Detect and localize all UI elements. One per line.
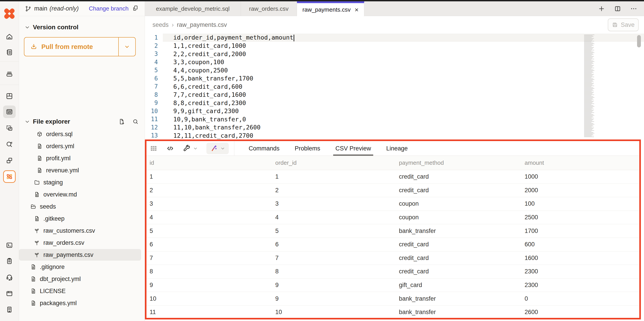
sidebar: main (read-only) Change branch Version c…	[19, 1, 145, 321]
breadcrumb-folder[interactable]: seeds	[152, 22, 168, 28]
file-row-staging[interactable]: staging	[19, 176, 141, 188]
terminal-icon[interactable]	[3, 239, 16, 252]
building-icon[interactable]	[3, 303, 16, 316]
csv-preview-body: 11credit_card100022credit_card200033coup…	[146, 170, 639, 319]
close-tab-icon[interactable]: ×	[355, 6, 359, 13]
pull-options-caret[interactable]	[118, 38, 135, 56]
editor-tab-raw_orders.csv[interactable]: raw_orders.csv	[241, 1, 297, 16]
dashboard-icon[interactable]	[3, 90, 16, 102]
panel-tab-Problems[interactable]: Problems	[287, 141, 328, 156]
file-row-revenue.yml[interactable]: revenue.yml	[19, 164, 141, 176]
editor-line-11[interactable]: 1110,9,bank_transfer,0	[145, 115, 644, 124]
panel-tab-CSV Preview[interactable]: CSV Preview	[328, 141, 378, 156]
editor-line-4[interactable]: 43,3,coupon,100	[145, 58, 644, 66]
editor-line-9[interactable]: 98,8,credit_card,2300	[145, 99, 644, 107]
breadcrumb-chevron: ›	[172, 22, 174, 28]
table-cell: 2300	[522, 282, 639, 288]
results-table-icon[interactable]	[150, 144, 158, 152]
editor-line-1[interactable]: 1id,order_id,payment_method,amount	[145, 34, 644, 42]
pull-from-remote-button[interactable]: Pull from remote	[24, 37, 136, 56]
save-label: Save	[621, 22, 634, 28]
editor-line-2[interactable]: 21,1,credit_card,1000	[145, 42, 644, 50]
editor-line-12[interactable]: 1211,10,bank_transfer,2600	[145, 124, 644, 132]
browser-icon[interactable]	[3, 287, 16, 300]
build-wrench-icon[interactable]	[183, 144, 198, 152]
stack-drawers-icon[interactable]	[3, 68, 16, 80]
file-explorer-header[interactable]: File explorer	[25, 118, 139, 125]
editor-line-6[interactable]: 65,5,bank_transfer,1700	[145, 74, 644, 83]
save-button[interactable]: Save	[608, 18, 639, 31]
table-cell: 100	[522, 200, 639, 207]
editor-line-10[interactable]: 109,9,gift_card,2300	[145, 107, 644, 115]
chevron-down-icon	[220, 146, 225, 151]
file-row-seeds[interactable]: seeds	[19, 201, 141, 212]
more-options-button[interactable]	[630, 5, 637, 12]
line-text: 9,9,gift_card,2300	[163, 108, 644, 114]
table-row-7: 77credit_card1600	[146, 252, 639, 265]
copy-icon[interactable]	[128, 5, 139, 12]
line-number: 12	[145, 124, 163, 131]
file-row-dbt_project.yml[interactable]: dbt_project.yml	[19, 273, 141, 285]
version-control-header[interactable]: Version control	[25, 24, 78, 31]
code-editor[interactable]: 1id,order_id,payment_method,amount21,1,c…	[145, 34, 644, 140]
file-row-.gitkeep[interactable]: .gitkeep	[19, 213, 141, 224]
editor-line-7[interactable]: 76,6,credit_card,600	[145, 82, 644, 91]
split-editor-button[interactable]	[614, 5, 621, 12]
line-number: 2	[145, 42, 163, 49]
file-row-overview.md[interactable]: overview.md	[19, 189, 141, 200]
breadcrumb: seeds › raw_payments.csv Save	[145, 16, 644, 34]
file-name: packages.yml	[40, 300, 77, 307]
table-row-2: 22credit_card2000	[146, 184, 639, 198]
file-row-profit.yml[interactable]: profit.yml	[19, 152, 141, 164]
new-tab-button[interactable]	[598, 5, 605, 12]
change-branch-link[interactable]: Change branch	[89, 5, 128, 12]
doc-icon	[36, 167, 43, 174]
notebook-icon[interactable]	[3, 46, 16, 58]
table-row-5: 55bank_transfer1700	[146, 224, 639, 238]
version-control-title: Version control	[33, 24, 78, 31]
file-row-raw_customers.csv[interactable]: raw_customers.csv	[19, 225, 141, 236]
chevron-down-icon	[124, 44, 130, 50]
panel-tab-Commands[interactable]: Commands	[241, 141, 287, 156]
search-icon[interactable]	[132, 118, 139, 125]
atom-assist-icon[interactable]	[3, 170, 16, 183]
panel-tab-Lineage[interactable]: Lineage	[378, 141, 415, 156]
table-row-10: 109bank_transfer0	[146, 292, 639, 306]
windows-icon[interactable]	[3, 154, 16, 167]
editor-minimap[interactable]	[584, 35, 597, 139]
table-cell: 2600	[522, 309, 639, 316]
editor-line-3[interactable]: 32,2,credit_card,2000	[145, 50, 644, 58]
clipboard-icon[interactable]	[3, 255, 16, 267]
file-row-LICENSE[interactable]: LICENSE	[19, 285, 141, 297]
search-insights-icon[interactable]	[3, 138, 16, 150]
new-file-icon[interactable]	[118, 118, 125, 125]
file-row-orders.yml[interactable]: orders.yml	[19, 140, 141, 152]
file-name: seeds	[40, 203, 56, 210]
editor-tab-example_develop_metric.sql[interactable]: example_develop_metric.sql	[145, 1, 241, 16]
line-number: 4	[145, 59, 163, 66]
editor-line-8[interactable]: 87,7,credit_card,1600	[145, 91, 644, 99]
editor-line-13[interactable]: 1312,11,credit_card,2700	[145, 132, 644, 140]
file-row-raw_payments.csv[interactable]: raw_payments.csv	[19, 249, 141, 261]
editor-line-5[interactable]: 54,4,coupon,2500	[145, 66, 644, 74]
file-row-raw_orders.csv[interactable]: raw_orders.csv	[19, 237, 141, 248]
table-row-3: 33coupon100	[146, 197, 639, 211]
headset-icon[interactable]	[3, 271, 16, 284]
selection-icon[interactable]	[3, 122, 16, 134]
file-name: revenue.yml	[46, 167, 79, 174]
file-row-orders.sql[interactable]: orders.sql	[19, 128, 141, 140]
compiled-code-icon[interactable]	[166, 144, 174, 152]
home-icon[interactable]	[3, 30, 16, 43]
line-text: 11,10,bank_transfer,2600	[163, 124, 644, 131]
magic-assist-button[interactable]	[206, 142, 229, 154]
text-cursor	[294, 35, 294, 41]
file-row-packages.yml[interactable]: packages.yml	[19, 297, 141, 309]
seed-icon	[34, 228, 40, 234]
editor-scrollbar-thumb[interactable]	[637, 35, 641, 48]
line-number: 9	[145, 100, 163, 106]
line-text: 3,3,coupon,100	[163, 58, 644, 66]
file-name: .gitkeep	[44, 215, 64, 222]
code-editor-icon[interactable]	[3, 106, 16, 118]
file-row-.gitignore[interactable]: .gitignore	[19, 261, 141, 273]
editor-tab-raw_payments.csv[interactable]: raw_payments.csv×	[297, 1, 364, 16]
